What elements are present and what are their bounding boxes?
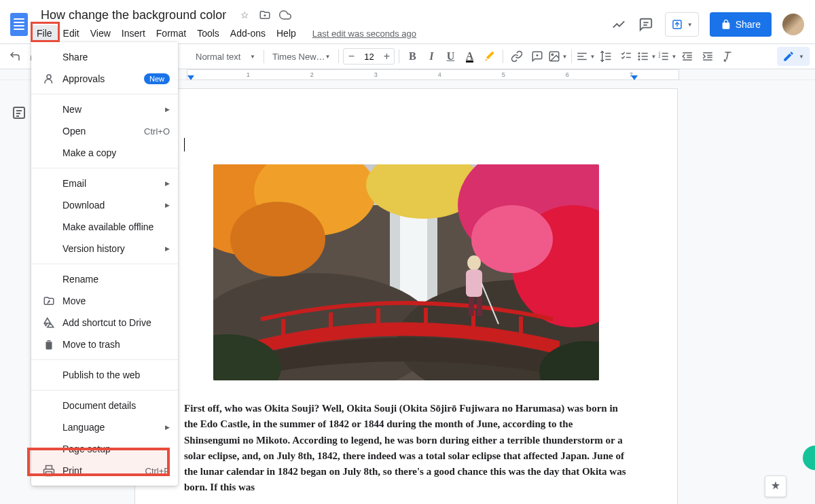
title-area: How change the background color ☆ File E… (37, 7, 416, 42)
font-size-input[interactable] (359, 52, 379, 62)
numbered-list-button[interactable]: 12 ▼ (657, 47, 676, 66)
align-button[interactable]: ▼ (576, 47, 595, 66)
svg-point-19 (639, 59, 640, 60)
move-folder-icon[interactable] (259, 9, 271, 21)
new-badge: New (144, 73, 170, 80)
separator (264, 50, 264, 63)
ruler-mark: 4 (438, 71, 441, 78)
share-button-label: Share (736, 19, 761, 30)
horizontal-ruler[interactable]: 1 2 3 4 5 6 7 (187, 69, 679, 80)
chevron-down-icon: ▼ (562, 54, 567, 60)
decrease-font-button[interactable]: − (344, 49, 359, 64)
cloud-status-icon[interactable] (279, 9, 291, 21)
person-icon (42, 73, 56, 80)
chevron-down-icon: ▼ (590, 54, 595, 60)
text-color-button[interactable]: A (460, 47, 478, 66)
italic-button[interactable]: I (422, 47, 440, 66)
ruler-mark: 1 (247, 71, 250, 78)
right-indent-marker[interactable] (631, 75, 638, 80)
separator (571, 50, 572, 63)
menu-view[interactable]: View (85, 25, 116, 41)
file-menu-approvals[interactable]: Approvals New (31, 68, 178, 80)
paragraph-style-dropdown[interactable]: Normal text ▼ (192, 47, 259, 66)
chevron-down-icon: ▼ (250, 54, 255, 60)
decrease-indent-button[interactable] (678, 47, 697, 66)
insert-image-button[interactable]: ▼ (548, 47, 567, 66)
app-header: How change the background color ☆ File E… (0, 0, 815, 43)
ruler-mark: 5 (502, 71, 505, 78)
font-family-value: Times New… (272, 52, 325, 62)
increase-font-button[interactable]: + (379, 49, 394, 64)
svg-point-66 (47, 75, 51, 79)
chevron-down-icon: ▼ (325, 54, 331, 60)
last-edit-link[interactable]: Last edit was seconds ago (312, 29, 416, 39)
menu-format[interactable]: Format (151, 25, 192, 41)
insert-link-button[interactable] (507, 47, 526, 66)
menu-addons[interactable]: Add-ons (225, 25, 271, 41)
increase-indent-button[interactable] (698, 47, 717, 66)
svg-point-18 (639, 56, 640, 57)
activity-icon[interactable] (611, 16, 627, 33)
docs-home-button[interactable] (5, 11, 33, 38)
share-button[interactable]: Share (710, 12, 772, 37)
document-title[interactable]: How change the background color (37, 8, 230, 22)
star-icon[interactable]: ☆ (238, 9, 251, 21)
left-indent-marker[interactable] (187, 75, 194, 80)
line-spacing-button[interactable] (596, 47, 615, 66)
ruler-mark: 6 (566, 71, 569, 78)
chevron-down-icon: ▼ (687, 22, 693, 28)
docs-logo-icon (10, 13, 28, 36)
paragraph-style-value: Normal text (196, 52, 240, 62)
chevron-down-icon: ▼ (651, 54, 656, 60)
comments-icon[interactable] (638, 16, 654, 33)
svg-text:2: 2 (659, 54, 661, 58)
file-menu-share[interactable]: · Share (31, 46, 178, 68)
editing-mode-button[interactable]: ▼ (777, 47, 810, 66)
menu-file[interactable]: File (31, 25, 58, 41)
bulleted-list-button[interactable]: ▼ (637, 47, 656, 66)
account-avatar[interactable] (782, 14, 804, 35)
separator (503, 50, 503, 63)
menu-help[interactable]: Help (271, 25, 302, 41)
font-family-dropdown[interactable]: Times New… ▼ (268, 47, 334, 66)
separator (399, 50, 399, 63)
menu-edit[interactable]: Edit (58, 25, 85, 41)
svg-point-17 (639, 53, 640, 54)
svg-point-7 (552, 54, 554, 55)
underline-button[interactable]: U (441, 47, 459, 66)
clear-formatting-button[interactable] (719, 47, 738, 66)
file-menu-dropdown: · Share Approvals New · New ▶ · Open Ctr… (31, 42, 178, 80)
ruler-mark: 3 (374, 71, 378, 78)
separator (338, 50, 339, 63)
ruler-mark: 2 (310, 71, 314, 78)
menu-insert[interactable]: Insert (116, 25, 151, 41)
bold-button[interactable]: B (403, 47, 421, 66)
chevron-down-icon: ▼ (799, 54, 804, 60)
checklist-button[interactable] (617, 47, 636, 66)
present-button[interactable]: ▼ (665, 12, 699, 37)
menu-tools[interactable]: Tools (192, 25, 225, 41)
highlight-color-button[interactable] (479, 47, 499, 66)
chevron-down-icon: ▼ (671, 54, 676, 60)
menubar: File Edit View Insert Format Tools Add-o… (31, 24, 416, 42)
undo-button[interactable] (5, 47, 24, 66)
add-comment-button[interactable] (528, 47, 547, 66)
font-size-control: − + (343, 48, 395, 65)
